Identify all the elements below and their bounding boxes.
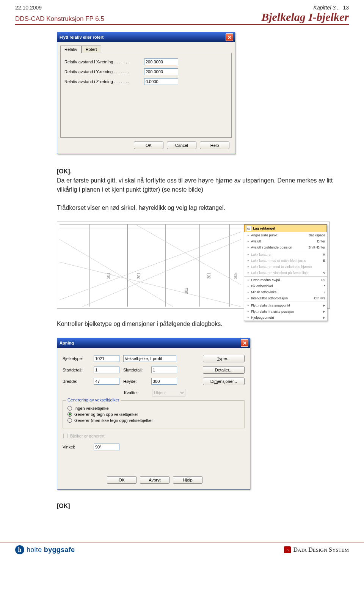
context-menu-item: ▪Lukk konturenH — [244, 252, 327, 258]
radio-ingen[interactable]: Ingen vekselbjelke — [67, 406, 240, 411]
context-menu-item[interactable]: ▪Intervallfor orthorotasjonCtrl+F9 — [244, 295, 327, 301]
page-header: 22.10.2009 Kapittel 3... 13 DDS-CAD Kons… — [15, 5, 349, 25]
paragraph-2: Trådkorset viser en rød sirkel, høyrekli… — [57, 203, 334, 212]
logo-dds: ⌂ DATA DESIGN SYSTEM — [284, 546, 349, 553]
input-bjelketype-desc[interactable] — [123, 355, 176, 362]
menu-item-icon: ▪ — [245, 264, 251, 269]
ok-button-2[interactable]: OK — [107, 476, 136, 484]
header-title: Bjelkelag I-bjelker — [261, 11, 349, 24]
select-kvalitet: Ukjent — [152, 389, 185, 396]
close-icon-2[interactable]: ✕ — [241, 339, 248, 347]
menu-item-icon: ▪ — [245, 270, 251, 275]
context-menu-header[interactable]: ▭ Lag rektangel — [244, 225, 327, 232]
label-z: Relativ avstand i Z-retning . . . . . . … — [64, 79, 144, 84]
header-product: DDS-CAD Konstruksjon FP 6.5 — [15, 15, 104, 23]
detaljer-button[interactable]: Detaljer... — [203, 366, 245, 374]
cad-screenshot: 301 301 302 301 305 ▭ Lag rektangel ▪Ang… — [57, 222, 330, 309]
input-bjelketype[interactable] — [94, 355, 119, 362]
context-menu-item[interactable]: ▪Minsk orthovinkel/ — [244, 289, 327, 295]
dds-icon: ⌂ — [284, 546, 291, 553]
ok-bracket-2: [OK] — [57, 503, 70, 509]
titlebar-flytt[interactable]: Flytt relativ eller rotert ✕ — [57, 32, 235, 42]
radio-generer-ikke-tegn[interactable]: Generer (men ikke tegn opp) vekselbjelke… — [67, 418, 240, 423]
ok-bracket-1: [OK]. — [57, 168, 72, 175]
menu-item-icon: ▪ — [245, 283, 251, 289]
tab-relativ[interactable]: Relativ — [60, 46, 82, 53]
context-menu-item[interactable]: ▪Flytt relativt fra snappunkt▸ — [244, 302, 327, 308]
menu-item-icon: ▪ — [245, 233, 251, 238]
beam-label-302: 302 — [184, 288, 188, 294]
avbryt-button[interactable]: Avbryt — [140, 476, 169, 484]
checkbox-bjelker-generert: Bjelker er generert — [63, 434, 245, 438]
menu-item-icon: ▪ — [245, 258, 251, 263]
context-menu-item[interactable]: ▪Hjelpegeometri▸ — [244, 315, 327, 321]
input-y[interactable] — [144, 68, 178, 75]
context-menu-item: ▪Lukk konturen med to vinkelrette hjørne… — [244, 264, 327, 270]
radio-generer-tegn[interactable]: Generer og tegn opp vekselbjelker — [67, 412, 240, 417]
svg-line-10 — [60, 239, 173, 307]
context-menu-item: ▪Lukk kontur med et rettvinklet hjørneE — [244, 258, 327, 264]
menu-item-icon: ▪ — [245, 289, 251, 295]
beam-label-305: 305 — [234, 272, 238, 279]
svg-line-7 — [60, 232, 241, 300]
input-hoyde[interactable] — [151, 378, 177, 385]
label-hoyde: Høyde: — [123, 379, 147, 384]
dimensjoner-button[interactable]: Dimensjoner... — [203, 378, 245, 385]
input-sluttdetalj[interactable] — [151, 367, 177, 373]
input-x[interactable] — [144, 58, 178, 65]
label-bredde: Bredde: — [63, 379, 90, 384]
menu-item-icon: ▪ — [245, 245, 251, 250]
logo-holte: h holte byggsafe — [15, 545, 75, 554]
close-icon[interactable]: ✕ — [226, 33, 233, 41]
fieldset-generering: Generering av vekselbjelker Ingen veksel… — [63, 400, 245, 428]
svg-line-8 — [60, 262, 241, 307]
context-menu-item[interactable]: ▪AvsluttEnter — [244, 238, 327, 244]
beam-label-301a: 301 — [107, 272, 111, 279]
header-page-number: 13 — [343, 5, 349, 11]
context-menu-item[interactable]: ▪Flytt relativ fra siste posisjon▸ — [244, 308, 327, 315]
label-x: Relativ avstand i X-retning . . . . . . … — [64, 60, 144, 64]
ok-button[interactable]: OK — [134, 142, 163, 149]
label-startdetalj: Startdetalj: — [63, 368, 90, 372]
help-button[interactable]: Help — [200, 142, 229, 149]
menu-item-icon: ▪ — [245, 303, 251, 308]
label-vinkel: Vinkel: — [63, 445, 90, 449]
page-footer: h holte byggsafe ⌂ DATA DESIGN SYSTEM — [0, 543, 364, 558]
svg-line-9 — [82, 239, 241, 307]
menu-item-icon: ▪ — [245, 315, 251, 320]
rectangle-icon: ▭ — [246, 226, 251, 231]
input-z[interactable] — [144, 78, 178, 85]
input-bredde[interactable] — [94, 378, 119, 385]
menu-item-icon: ▪ — [245, 277, 251, 283]
context-menu-item[interactable]: ▪Angre siste punktBackspace — [244, 232, 327, 238]
context-menu-item[interactable]: ▪Avslutt i gjeldende posisjonShift+Enter — [244, 244, 327, 250]
context-menu-item[interactable]: ▪Øk orthovinkel* — [244, 283, 327, 289]
input-startdetalj[interactable] — [94, 367, 119, 373]
holte-icon: h — [15, 545, 24, 554]
header-date: 22.10.2009 — [15, 5, 42, 11]
context-menu: ▭ Lag rektangel ▪Angre siste punktBacksp… — [244, 224, 327, 321]
tab-rotert[interactable]: Rotert — [82, 46, 101, 53]
label-kvalitet: Kvalitet: — [124, 390, 148, 395]
paragraph-1: Da er første punkt gitt, vi skal nå forf… — [57, 177, 333, 193]
fieldset-legend: Generering av vekselbjelker — [66, 398, 121, 402]
label-sluttdetalj: Sluttdetalj: — [123, 368, 147, 372]
menu-item-icon: ▪ — [245, 296, 251, 301]
label-y: Relativ avstand i Y-retning . . . . . . … — [64, 69, 144, 74]
dialog-apning: Åpning ✕ Bjelketype: TTyper...yper... St… — [57, 338, 250, 489]
hjelp-button[interactable]: Hjelp — [173, 476, 202, 484]
svg-line-11 — [135, 224, 241, 285]
typer-button[interactable]: TTyper...yper... — [203, 355, 245, 362]
input-vinkel[interactable] — [94, 444, 119, 450]
cancel-button[interactable]: Cancel — [167, 142, 196, 149]
dialog-flytt-relativ: Flytt relativ eller rotert ✕ RelativRote… — [57, 32, 235, 154]
header-chapter: Kapittel 3... — [314, 5, 340, 11]
context-menu-title: Lag rektangel — [253, 227, 275, 230]
label-bjelketype: Bjelketype: — [63, 356, 90, 361]
menu-item-icon: ▪ — [245, 239, 251, 244]
menu-item-icon: ▪ — [245, 309, 251, 314]
context-menu-item[interactable]: ▪Ortho modus av/påF9 — [244, 277, 327, 283]
menu-item-icon: ▪ — [245, 252, 251, 257]
titlebar-apning[interactable]: Åpning ✕ — [57, 338, 250, 348]
beam-label-301c: 301 — [207, 272, 211, 279]
